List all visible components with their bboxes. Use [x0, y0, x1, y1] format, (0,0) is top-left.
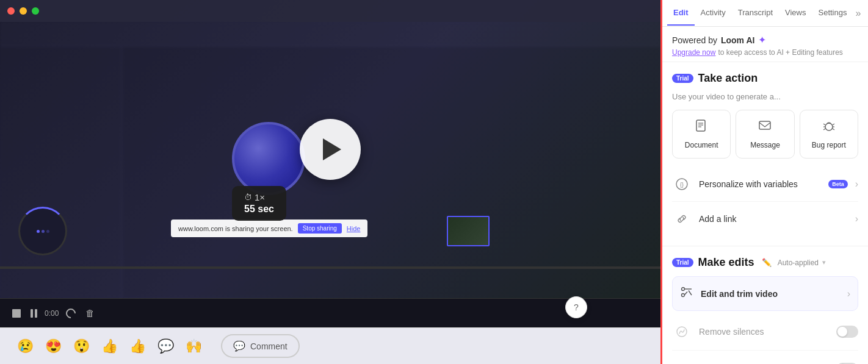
- make-edits-title: Make edits: [698, 256, 754, 269]
- window-maximize-dot[interactable]: [32, 7, 39, 15]
- speed-label: ⏱ 1×: [244, 192, 274, 202]
- loom-ai-brand: Loom AI: [721, 35, 754, 45]
- remove-silences-label: Remove silences: [699, 327, 829, 337]
- thumbnail-preview: [447, 216, 490, 246]
- pause-icon: [31, 309, 37, 318]
- svg-line-17: [684, 292, 687, 296]
- svg-rect-4: [759, 121, 770, 129]
- svg-text:{}: {}: [680, 182, 684, 188]
- comment-icon: 💬: [233, 340, 245, 352]
- reaction-bar: 😢 😍 😲 👍 👍 💬 🙌 💬 Comment: [0, 327, 660, 364]
- reaction-clap[interactable]: 🙌: [181, 334, 206, 359]
- delete-button[interactable]: 🗑: [83, 305, 97, 321]
- svg-point-5: [825, 123, 833, 130]
- hide-link[interactable]: Hide: [347, 225, 361, 232]
- personalize-label: Personalize with variables: [699, 179, 821, 189]
- svg-line-6: [823, 124, 825, 125]
- video-player[interactable]: ⏱ 1× 55 sec www.loom.com is sharing your…: [0, 0, 660, 298]
- loading-circle: [18, 207, 67, 255]
- tab-views[interactable]: Views: [779, 1, 812, 26]
- stop-icon: [12, 309, 21, 318]
- take-action-title: Take action: [698, 72, 758, 85]
- rewind-icon: [64, 306, 78, 320]
- svg-point-14: [682, 288, 685, 291]
- action-cards: Document Message: [672, 110, 858, 159]
- link-icon: [672, 209, 692, 229]
- play-button[interactable]: [300, 119, 361, 180]
- auto-applied-chevron-icon: ▾: [822, 259, 826, 266]
- avatar-circle: [232, 122, 305, 195]
- trash-icon: 🗑: [85, 308, 95, 318]
- edit-panel: Edit Activity Transcript Views Settings …: [660, 0, 868, 364]
- play-icon: [323, 138, 341, 160]
- ai-star-icon: ✦: [758, 34, 766, 46]
- take-action-subtitle: Use your video to generate a...: [672, 92, 858, 101]
- add-link-chevron-icon: ›: [855, 213, 858, 224]
- edit-trim-icon: [680, 285, 693, 302]
- action-card-message[interactable]: Message: [736, 110, 794, 159]
- rewind-button[interactable]: [63, 306, 78, 321]
- video-controls: 0:00 🗑: [0, 298, 660, 327]
- stop-button[interactable]: [10, 307, 23, 320]
- take-action-section: Trial Take action Use your video to gene…: [662, 62, 868, 246]
- take-action-trial-badge: Trial: [672, 74, 693, 83]
- speed-time: 55 sec: [244, 204, 274, 215]
- make-edits-trial-badge: Trial: [672, 258, 693, 267]
- tab-activity[interactable]: Activity: [695, 1, 732, 26]
- remove-filler-words-row: Remove filler words: [672, 351, 858, 364]
- window-close-dot[interactable]: [7, 7, 15, 15]
- help-button[interactable]: ?: [565, 296, 587, 318]
- silences-icon: [672, 322, 692, 341]
- action-card-document[interactable]: Document: [672, 110, 731, 159]
- help-icon: ?: [574, 302, 579, 312]
- time-display: 0:00: [45, 309, 59, 318]
- message-label: Message: [750, 141, 780, 149]
- progress-bar[interactable]: [0, 266, 660, 269]
- tab-settings[interactable]: Settings: [812, 1, 853, 26]
- tab-edit[interactable]: Edit: [667, 1, 695, 26]
- svg-line-9: [833, 129, 834, 130]
- auto-applied-label: Auto-applied: [778, 259, 819, 267]
- video-area: ⏱ 1× 55 sec www.loom.com is sharing your…: [0, 0, 660, 364]
- svg-line-18: [689, 291, 692, 296]
- panel-collapse-button[interactable]: »: [853, 5, 863, 21]
- reaction-love[interactable]: 😍: [40, 334, 66, 359]
- upgrade-description: to keep access to AI + Editing features: [718, 48, 842, 57]
- action-card-bug-report[interactable]: Bug report: [800, 110, 858, 159]
- upgrade-now-link[interactable]: Upgrade now: [672, 48, 715, 57]
- edit-trim-label: Edit and trim video: [701, 289, 840, 299]
- document-label: Document: [685, 141, 718, 149]
- comment-button[interactable]: 💬 Comment: [221, 334, 300, 358]
- video-top-bar: [0, 0, 660, 22]
- remove-silences-toggle[interactable]: [836, 326, 858, 338]
- window-minimize-dot[interactable]: [20, 7, 27, 15]
- reaction-wow[interactable]: 😲: [68, 334, 94, 359]
- stop-sharing-button[interactable]: Stop sharing: [298, 223, 342, 234]
- add-link-label: Add a link: [699, 214, 848, 224]
- powered-by-label: Powered by: [672, 35, 717, 45]
- beta-badge: Beta: [828, 180, 848, 188]
- bug-report-label: Bug report: [812, 141, 846, 149]
- personalize-variables-row[interactable]: {} Personalize with variables Beta ›: [672, 167, 858, 202]
- reaction-chat[interactable]: 💬: [153, 334, 178, 359]
- tab-transcript[interactable]: Transcript: [732, 1, 779, 26]
- personalize-chevron-icon: ›: [855, 179, 858, 190]
- filler-words-icon: [672, 359, 692, 364]
- reaction-sad[interactable]: 😢: [12, 334, 38, 359]
- panel-tabs: Edit Activity Transcript Views Settings …: [662, 0, 868, 27]
- sharing-bar: www.loom.com is sharing your screen. Sto…: [171, 219, 367, 237]
- toggle-knob: [837, 327, 847, 337]
- pause-button[interactable]: [28, 307, 40, 320]
- edit-trim-row[interactable]: Edit and trim video ›: [672, 276, 858, 311]
- reaction-thumbsup[interactable]: 👍: [96, 334, 122, 359]
- edit-trim-chevron-icon: ›: [847, 288, 850, 299]
- remove-silences-row: Remove silences: [672, 313, 858, 351]
- ai-header: Powered by Loom AI ✦ Upgrade now to keep…: [662, 27, 868, 62]
- svg-line-7: [833, 124, 834, 125]
- reaction-thumbsup2[interactable]: 👍: [125, 334, 150, 359]
- add-link-row[interactable]: Add a link ›: [672, 202, 858, 236]
- speed-tooltip: ⏱ 1× 55 sec: [232, 186, 286, 221]
- make-edits-section: Trial Make edits ✏️ Auto-applied ▾ Edit …: [662, 246, 868, 364]
- svg-line-8: [823, 129, 825, 130]
- personalize-icon: {}: [672, 174, 692, 194]
